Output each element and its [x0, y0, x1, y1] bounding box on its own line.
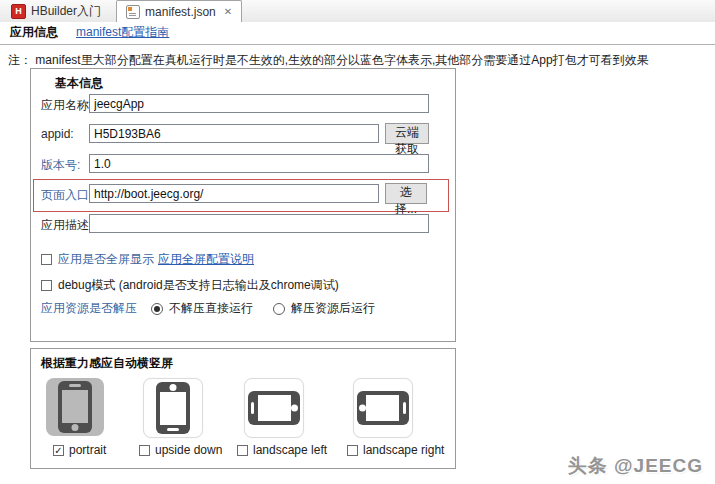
unzip-label: 应用资源是否解压 — [41, 300, 137, 317]
landscape-right-option: landscape right — [347, 443, 444, 457]
unzip-direct-radio[interactable] — [151, 303, 163, 315]
upside-down-checkbox[interactable] — [139, 445, 150, 456]
hbuilder-manifest-editor: H HBuilder入门 manifest.json ✕ 应用信息 manife… — [0, 0, 715, 484]
landscape-right-label: landscape right — [363, 443, 444, 457]
landscape-right-tile[interactable] — [353, 378, 413, 438]
landscape-left-tile[interactable] — [244, 378, 304, 438]
orientation-section: 根据重力感应自动横竖屏 — [30, 348, 456, 469]
portrait-checkbox[interactable]: ✓ — [53, 445, 64, 456]
unzip-direct-label: 不解压直接运行 — [169, 300, 253, 317]
portrait-label: portrait — [69, 443, 106, 457]
landscape-right-phone-icon — [357, 388, 409, 428]
debug-row: debug模式 (android是否支持日志输出及chrome调试) — [41, 277, 339, 294]
entry-url-input[interactable] — [89, 184, 379, 203]
appid-label: appid: — [41, 127, 74, 141]
landscape-left-phone-icon — [248, 388, 300, 428]
hbuilder-logo-icon: H — [11, 4, 26, 19]
version-input[interactable] — [89, 154, 429, 173]
landscape-left-option: landscape left — [237, 443, 327, 457]
upside-down-option: upside down — [139, 443, 222, 457]
description-input[interactable] — [89, 214, 429, 233]
close-tab-icon[interactable]: ✕ — [224, 6, 232, 17]
tab-label: HBuilder入门 — [31, 3, 101, 20]
version-label: 版本号: — [41, 157, 80, 174]
app-info-tab[interactable]: 应用信息 — [10, 24, 58, 41]
app-name-label: 应用名称: — [41, 97, 92, 114]
cloud-fetch-button[interactable]: 云端获取 — [385, 123, 429, 144]
subnav-divider — [0, 44, 715, 45]
portrait-phone-icon — [55, 381, 95, 433]
manifest-guide-link[interactable]: manifest配置指南 — [76, 24, 169, 41]
tab-manifest-json[interactable]: manifest.json ✕ — [116, 0, 242, 23]
manifest-note: 注： manifest里大部分配置在真机运行时是不生效的,生效的部分以蓝色字体表… — [8, 52, 708, 69]
upside-down-label: upside down — [155, 443, 222, 457]
tab-label: manifest.json — [145, 5, 216, 19]
landscape-left-checkbox[interactable] — [237, 445, 248, 456]
description-label: 应用描述: — [41, 217, 92, 234]
appid-input[interactable] — [89, 124, 379, 143]
fullscreen-row: 应用是否全屏显示 应用全屏配置说明 — [41, 251, 254, 268]
basic-info-section: 基本信息 应用名称: appid: 云端获取 版本号: 页面入口: 选择... … — [30, 68, 456, 342]
manifest-subnav: 应用信息 manifest配置指南 — [0, 22, 715, 43]
entry-label: 页面入口: — [41, 187, 92, 204]
fullscreen-checkbox[interactable] — [41, 254, 52, 265]
choose-entry-button[interactable]: 选择... — [385, 183, 427, 204]
fullscreen-label: 应用是否全屏显示 — [58, 251, 154, 268]
tab-hbuilder-intro[interactable]: H HBuilder入门 — [2, 0, 110, 22]
portrait-option: ✓ portrait — [53, 443, 106, 457]
basic-info-title: 基本信息 — [55, 75, 103, 92]
app-name-input[interactable] — [89, 94, 429, 113]
portrait-tile[interactable] — [46, 378, 104, 436]
unzip-row: 应用资源是否解压 不解压直接运行 解压资源后运行 — [41, 300, 375, 317]
debug-label: debug模式 (android是否支持日志输出及chrome调试) — [58, 277, 339, 294]
unzip-extract-label: 解压资源后运行 — [291, 300, 375, 317]
orientation-title: 根据重力感应自动横竖屏 — [41, 355, 173, 372]
manifest-file-icon — [126, 5, 140, 19]
landscape-left-label: landscape left — [253, 443, 327, 457]
upside-down-phone-icon — [153, 382, 193, 434]
landscape-right-checkbox[interactable] — [347, 445, 358, 456]
editor-tabbar: H HBuilder入门 manifest.json ✕ — [0, 0, 715, 23]
unzip-extract-radio[interactable] — [273, 303, 285, 315]
fullscreen-config-link[interactable]: 应用全屏配置说明 — [158, 251, 254, 268]
watermark-text: 头条 @JEECG — [568, 453, 703, 479]
debug-checkbox[interactable] — [41, 280, 52, 291]
upside-down-tile[interactable] — [143, 378, 203, 438]
